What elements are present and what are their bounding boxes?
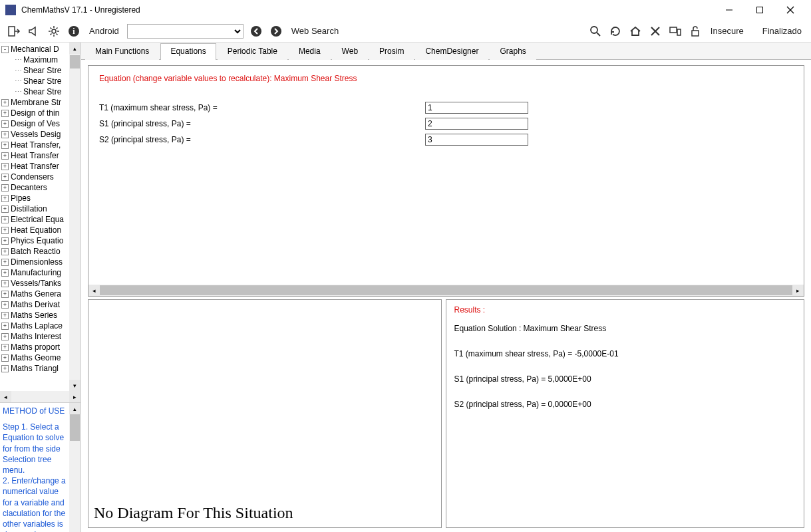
tab-web[interactable]: Web xyxy=(332,43,368,60)
tree-vscroll[interactable]: ▴ ▾ xyxy=(69,43,81,391)
expand-icon[interactable]: + xyxy=(1,333,9,340)
title-bar: ChemMathsV 17.1 - Unregistered xyxy=(0,0,811,20)
info-icon[interactable]: i xyxy=(67,24,81,39)
expand-icon[interactable]: + xyxy=(1,365,9,372)
devices-icon[interactable] xyxy=(668,24,683,39)
scroll-right-icon[interactable]: ▸ xyxy=(69,391,81,402)
expand-icon[interactable]: + xyxy=(1,248,9,255)
expand-icon[interactable]: + xyxy=(1,205,9,213)
announce-icon[interactable] xyxy=(27,24,41,39)
refresh-icon[interactable] xyxy=(608,24,623,39)
tree-hscroll[interactable]: ◂ ▸ xyxy=(0,391,81,402)
gear-icon[interactable] xyxy=(47,24,61,39)
results-header: Results : xyxy=(454,305,796,315)
expand-icon[interactable]: + xyxy=(1,152,9,160)
expand-icon[interactable]: + xyxy=(1,216,9,223)
tab-chemdesigner[interactable]: ChemDesigner xyxy=(415,43,488,60)
expand-icon[interactable]: + xyxy=(1,142,9,149)
scroll-right-icon[interactable]: ▸ xyxy=(792,285,804,296)
tree-label: Maths Series xyxy=(11,310,57,321)
exit-icon[interactable] xyxy=(7,24,21,39)
tree-label: Electrical Equa xyxy=(11,214,64,225)
collapse-icon[interactable]: - xyxy=(1,46,9,53)
tab-bar: Main FunctionsEquationsPeriodic TableMed… xyxy=(81,43,811,60)
forward-icon[interactable] xyxy=(269,24,283,39)
expand-icon[interactable]: + xyxy=(1,184,9,192)
close-button[interactable] xyxy=(775,0,806,20)
tab-prosim[interactable]: Prosim xyxy=(369,43,414,60)
expand-icon[interactable]: + xyxy=(1,312,9,319)
minimize-button[interactable] xyxy=(714,0,744,20)
svg-point-9 xyxy=(271,26,281,37)
finalizado-label[interactable]: Finalizado xyxy=(760,26,804,36)
equation-panel: Equation (change variable values to reca… xyxy=(88,65,804,297)
tree-label: Phyics Equatio xyxy=(11,235,63,246)
expand-icon[interactable]: + xyxy=(1,237,9,245)
expand-icon[interactable]: + xyxy=(1,120,9,128)
scroll-left-icon[interactable]: ◂ xyxy=(0,391,11,402)
tree-pane: -Mechanical D⋯Maximum⋯Shear Stre⋯Shear S… xyxy=(0,43,81,402)
insecure-label[interactable]: Insecure xyxy=(708,26,746,36)
maximize-button[interactable] xyxy=(744,0,775,20)
tree-label: Distillation xyxy=(11,203,47,214)
tab-periodic-table[interactable]: Periodic Table xyxy=(218,43,287,60)
svg-point-10 xyxy=(591,27,597,33)
lock-open-icon[interactable] xyxy=(688,24,703,39)
tab-equations[interactable]: Equations xyxy=(160,43,216,60)
scroll-thumb[interactable] xyxy=(100,285,792,295)
bottom-panels: No Diagram For This Situation Results : … xyxy=(88,299,804,528)
tab-graphs[interactable]: Graphs xyxy=(490,43,536,60)
equation-label: S2 (principal stress, Pa) = xyxy=(99,135,425,144)
scroll-up-icon[interactable]: ▴ xyxy=(69,43,81,54)
svg-rect-16 xyxy=(692,31,699,36)
expand-icon[interactable]: + xyxy=(1,163,9,170)
help-title: METHOD of USE xyxy=(3,406,78,416)
results-line: T1 (maximum shear stress, Pa) = -5,0000E… xyxy=(454,349,796,358)
svg-rect-1 xyxy=(757,7,763,13)
tree-label: Batch Reactio xyxy=(11,246,61,257)
scroll-thumb[interactable] xyxy=(70,55,80,68)
cancel-icon[interactable] xyxy=(648,24,663,39)
search-icon[interactable] xyxy=(588,24,603,39)
tree-label: Heat Transfer xyxy=(11,150,59,161)
equation-input[interactable] xyxy=(425,134,528,146)
expand-icon[interactable]: + xyxy=(1,301,9,309)
app-icon xyxy=(5,5,16,15)
equation-input[interactable] xyxy=(425,118,528,130)
expand-icon[interactable]: + xyxy=(1,259,9,266)
expand-icon[interactable]: + xyxy=(1,344,9,351)
equation-header: Equation (change variable values to reca… xyxy=(99,74,793,83)
expand-icon[interactable]: + xyxy=(1,227,9,234)
tab-main-functions[interactable]: Main Functions xyxy=(85,43,159,60)
tree-label: Design of thin xyxy=(11,108,59,118)
expand-icon[interactable]: + xyxy=(1,99,9,106)
expand-icon[interactable]: + xyxy=(1,354,9,362)
home-icon[interactable] xyxy=(628,24,643,39)
websearch-label[interactable]: Web Search xyxy=(289,26,341,36)
scroll-down-icon[interactable]: ▾ xyxy=(69,380,81,391)
tree-label: Maths Laplace xyxy=(11,321,63,331)
expand-icon[interactable]: + xyxy=(1,110,9,117)
svg-point-8 xyxy=(251,26,261,37)
tree-label: Vessels Desig xyxy=(11,129,61,140)
tree-label: Maths Genera xyxy=(11,289,61,299)
scroll-up-icon[interactable]: ▴ xyxy=(69,403,81,414)
expand-icon[interactable]: + xyxy=(1,291,9,298)
tree-leaf-icon: ⋯ xyxy=(15,65,22,76)
expand-icon[interactable]: + xyxy=(1,323,9,330)
expand-icon[interactable]: + xyxy=(1,195,9,202)
expand-icon[interactable]: + xyxy=(1,269,9,277)
expand-icon[interactable]: + xyxy=(1,174,9,181)
diagram-message: No Diagram For This Situation xyxy=(94,504,436,522)
equation-hscroll[interactable]: ◂ ▸ xyxy=(88,285,804,296)
help-vscroll[interactable]: ▴ xyxy=(69,403,81,532)
expand-icon[interactable]: + xyxy=(1,131,9,138)
scroll-thumb[interactable] xyxy=(70,414,80,441)
equation-input[interactable] xyxy=(425,102,528,114)
tab-media[interactable]: Media xyxy=(289,43,331,60)
expand-icon[interactable]: + xyxy=(1,280,9,287)
tree-label: Dimensionless xyxy=(11,257,63,267)
scroll-left-icon[interactable]: ◂ xyxy=(88,285,100,296)
platform-dropdown[interactable] xyxy=(127,24,243,39)
back-icon[interactable] xyxy=(249,24,263,39)
